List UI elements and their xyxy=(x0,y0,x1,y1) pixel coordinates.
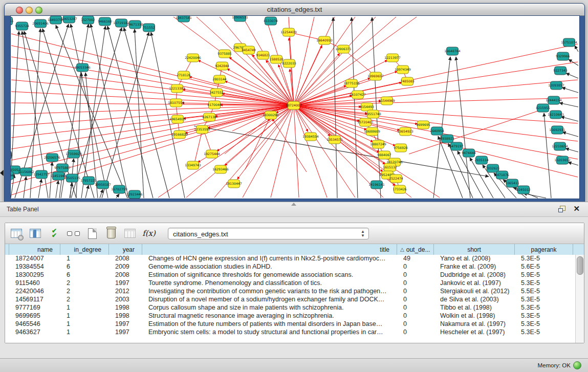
graph-node[interactable]: 19551748 xyxy=(365,110,381,118)
graph-node[interactable]: 9242844 xyxy=(215,62,229,70)
graph-node[interactable]: 9756928 xyxy=(394,144,408,152)
cell-name[interactable]: 9115460 xyxy=(9,279,60,288)
cell-year[interactable]: 1997 xyxy=(109,329,142,337)
cell-pagerank[interactable]: 5.5E-5 xyxy=(515,288,573,296)
graph-node[interactable]: 12923446 xyxy=(126,190,143,199)
graph-node[interactable]: 19275444 xyxy=(204,150,220,158)
graph-node[interactable]: 29053346 xyxy=(74,63,91,72)
scrollbar-thumb[interactable] xyxy=(577,256,583,275)
graph-node[interactable]: 3427552 xyxy=(209,89,224,97)
graph-node[interactable]: 8471876 xyxy=(495,171,509,179)
graph-node[interactable]: 2935114 xyxy=(474,156,489,164)
cell-name[interactable]: 22420046 xyxy=(9,288,60,296)
graph-node[interactable]: 16210643 xyxy=(548,111,564,119)
graph-node[interactable]: 13654923 xyxy=(397,127,413,136)
column-header-title[interactable]: title xyxy=(142,244,397,255)
graph-node[interactable]: 8215955 xyxy=(536,104,550,112)
graph-node[interactable]: 16648784 xyxy=(444,47,461,55)
graph-node[interactable]: 13534575 xyxy=(326,136,343,144)
graph-node[interactable]: 10203652 xyxy=(554,156,571,164)
cell-short[interactable]: Stergiakouli et al. (2012) xyxy=(434,288,515,296)
cell-short[interactable]: Tibbo et al. (1998) xyxy=(434,304,515,312)
cell-in_degree[interactable]: 1 xyxy=(60,304,109,312)
table-scrollbar[interactable] xyxy=(575,255,584,343)
graph-node[interactable]: 9474444 xyxy=(462,149,476,157)
cell-out_de[interactable]: 0 xyxy=(397,329,434,337)
cell-short[interactable]: Franke et al. (2009) xyxy=(434,263,515,271)
graph-node[interactable]: 11156862 xyxy=(18,168,34,176)
graph-node[interactable]: 12210654 xyxy=(552,142,568,150)
cell-short[interactable]: de Silva et al. (2003) xyxy=(434,296,515,304)
cell-out_de[interactable]: 0 xyxy=(397,279,434,288)
graph-node[interactable]: 8938923 xyxy=(440,135,454,143)
graph-node[interactable]: 12213383 xyxy=(169,84,185,93)
graph-node[interactable]: 15751074 xyxy=(561,38,577,47)
graph-node[interactable]: 19958187 xyxy=(95,181,111,189)
cell-name[interactable]: 18724007 xyxy=(9,255,60,263)
cell-out_de[interactable]: 0 xyxy=(397,288,434,296)
graph-node[interactable]: 1733426 xyxy=(393,185,407,193)
graph-node[interactable]: 19654935 xyxy=(169,115,186,123)
cell-in_degree[interactable]: 1 xyxy=(60,255,109,263)
graph-node[interactable]: 12213977 xyxy=(384,54,401,62)
graph-node[interactable]: 18807249 xyxy=(370,140,386,148)
cell-pagerank[interactable]: 5.3E-5 xyxy=(515,296,573,304)
graph-node[interactable]: 2522474 xyxy=(389,174,403,183)
graph-node[interactable]: 8267130 xyxy=(202,113,216,121)
graph-node[interactable]: 18107554 xyxy=(168,99,184,107)
table-row[interactable]: 977716911998Corpus callosum shape and si… xyxy=(5,304,576,312)
graph-node[interactable]: 12444154 xyxy=(546,96,562,104)
cell-name[interactable]: 9777169 xyxy=(9,304,60,312)
graph-node[interactable]: 20691406 xyxy=(32,19,49,28)
table-row[interactable]: 911546021997Tourette syndrome. Phenomeno… xyxy=(5,279,576,288)
cell-year[interactable]: 2012 xyxy=(109,288,142,296)
cell-title[interactable]: Estimation of the future numbers of pati… xyxy=(142,320,397,329)
graph-node[interactable]: 16293466 xyxy=(212,165,229,173)
graph-node[interactable]: 13505135 xyxy=(64,174,80,182)
table-row[interactable]: 1872400712008Changes of HCN gene express… xyxy=(5,255,576,263)
cell-out_de[interactable]: 0 xyxy=(397,271,434,279)
graph-node[interactable]: 751552 xyxy=(143,24,155,32)
cell-in_degree[interactable]: 6 xyxy=(60,271,109,279)
cell-name[interactable]: 9463627 xyxy=(9,329,60,337)
cell-name[interactable]: 9699695 xyxy=(9,312,60,320)
graph-node[interactable]: 9329966 xyxy=(556,52,570,60)
cell-in_degree[interactable]: 2 xyxy=(60,296,109,304)
cell-in_degree[interactable]: 1 xyxy=(60,320,109,329)
column-header-name[interactable]: name xyxy=(9,244,60,255)
graph-node[interactable]: 12353593 xyxy=(194,125,210,134)
graph-node[interactable]: 10906371 xyxy=(335,45,352,53)
graph-node[interactable]: 9146821 xyxy=(256,51,270,59)
cell-year[interactable]: 1997 xyxy=(109,279,142,288)
graph-node[interactable]: 15720407 xyxy=(357,118,374,126)
graph-node[interactable]: 2160651 xyxy=(11,17,14,25)
table-row[interactable]: 2242004622012Investigating the contribut… xyxy=(5,288,576,296)
cell-pagerank[interactable]: 5.6E-5 xyxy=(515,263,573,271)
graph-node[interactable]: 10688609 xyxy=(364,127,380,136)
graph-node[interactable]: 13349743 xyxy=(185,161,201,169)
cell-year[interactable]: 1998 xyxy=(109,304,142,312)
graph-node[interactable]: 19437541 xyxy=(176,16,192,22)
cell-pagerank[interactable]: 5.3E-5 xyxy=(515,279,573,288)
graph-node[interactable]: 18300295 xyxy=(263,111,279,119)
graph-node[interactable]: 14671338 xyxy=(127,20,143,29)
graph-node[interactable]: 8133074 xyxy=(264,17,278,25)
graph-node[interactable]: 2803144 xyxy=(212,75,227,83)
graph-node[interactable]: 10969657 xyxy=(367,72,384,80)
graph-node[interactable]: 12093857 xyxy=(548,81,564,90)
cell-pagerank[interactable]: 5.9E-5 xyxy=(515,271,573,279)
cell-out_de[interactable]: 49 xyxy=(397,255,434,263)
graph-node[interactable]: 1065411 xyxy=(505,179,519,187)
column-highlight-icon[interactable] xyxy=(28,226,43,241)
table-row[interactable]: 1456911722003Disruption of a novel membe… xyxy=(5,296,576,304)
graph-node[interactable]: 11254439 xyxy=(280,28,297,36)
graph-node[interactable]: 16640910 xyxy=(316,36,333,45)
cell-pagerank[interactable]: 5.3E-5 xyxy=(515,329,573,337)
graph-node[interactable]: 1640954 xyxy=(430,127,444,135)
cell-name[interactable]: 18300295 xyxy=(9,271,60,279)
graph-node[interactable]: 10653287 xyxy=(61,16,77,23)
cell-title[interactable]: Disruption of a novel member of a sodium… xyxy=(142,296,397,304)
cell-pagerank[interactable]: 5.3E-5 xyxy=(515,320,573,329)
table-row[interactable]: 1830029562008Estimation of significance … xyxy=(5,271,576,279)
cell-in_degree[interactable]: 6 xyxy=(60,263,109,271)
